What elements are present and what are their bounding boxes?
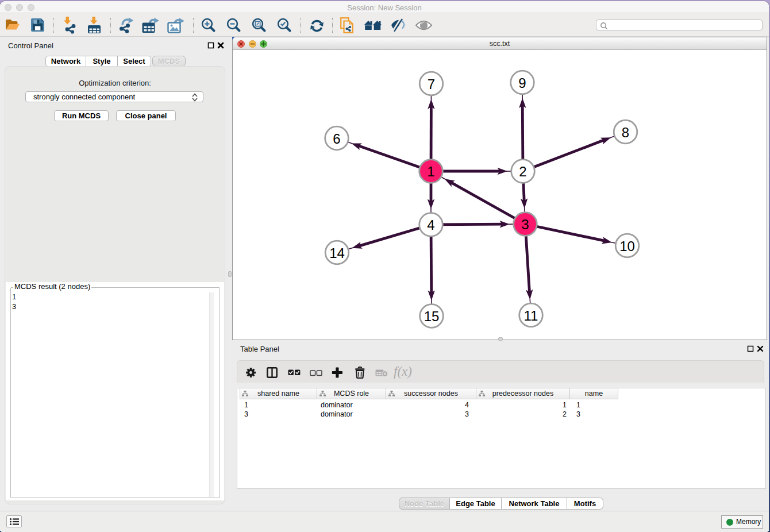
svg-text:4: 4: [427, 217, 434, 233]
svg-text:3: 3: [521, 217, 529, 232]
svg-text:14: 14: [329, 245, 345, 261]
svg-text:9: 9: [518, 75, 526, 91]
svg-text:2: 2: [519, 164, 526, 179]
svg-text:11: 11: [524, 308, 538, 323]
svg-text:1: 1: [427, 164, 434, 179]
svg-text:10: 10: [619, 238, 635, 254]
svg-text:7: 7: [428, 76, 435, 92]
svg-text:8: 8: [622, 125, 629, 140]
svg-text:15: 15: [424, 309, 440, 324]
svg-text:6: 6: [333, 131, 340, 147]
